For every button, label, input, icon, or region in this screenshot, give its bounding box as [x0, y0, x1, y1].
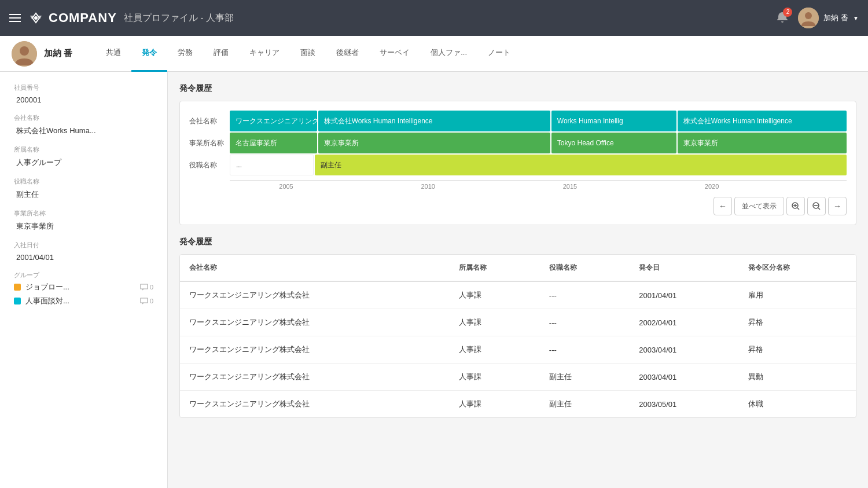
comment-icon-2[interactable]: 0: [140, 298, 153, 304]
svg-point-4: [20, 46, 29, 56]
timeline-controls: ← 並べて表示 →: [189, 197, 847, 215]
table-row[interactable]: ワークスエンジニアリング株式会社 人事課 --- 2003/04/01 昇格: [180, 336, 856, 364]
group-color-2: [14, 298, 21, 304]
logo-area: COMPANY 社員プロファイル - 人事部: [28, 10, 234, 26]
records-table: 会社名称 所属名称 役職名称 発令日 発令区分名称 ワークスエンジニアリング株式…: [180, 255, 856, 417]
profile-tabs: 共通 発令 労務 評価 キャリア 面談 後継者 サーベイ 個人ファ... ノート: [95, 36, 856, 72]
group-item-1[interactable]: ジョブロー... 0: [14, 282, 153, 292]
profile-header: 加納 番 共通 発令 労務 評価 キャリア 面談 後継者 サーベイ 個人ファ..…: [0, 36, 868, 72]
cell-date-1: 2002/04/01: [630, 309, 739, 336]
join-date-value: 2001/04/01: [14, 252, 153, 263]
table-header-row: 会社名称 所属名称 役職名称 発令日 発令区分名称: [180, 255, 856, 281]
office-bar-2: Tokyo Head Office: [551, 133, 676, 153]
company-row: 会社名称 ワークスエンジニアリング株 株式会社Works Human Intel…: [189, 111, 847, 131]
role-bar-0: ...: [230, 155, 314, 175]
table-section-title: 発令履歴: [179, 237, 856, 247]
tab-survey[interactable]: サーベイ: [369, 36, 420, 72]
table-card: 会社名称 所属名称 役職名称 発令日 発令区分名称 ワークスエンジニアリング株式…: [179, 254, 856, 418]
cell-company-1: ワークスエンジニアリング株式会社: [180, 309, 450, 336]
role-bars: ... 副主任: [230, 155, 847, 175]
cell-role-3: 副主任: [540, 364, 630, 391]
timeline-container: 会社名称 ワークスエンジニアリング株 株式会社Works Human Intel…: [189, 111, 847, 190]
cell-company-3: ワークスエンジニアリング株式会社: [180, 364, 450, 391]
tab-career[interactable]: キャリア: [239, 36, 290, 72]
year-2005: 2005: [230, 183, 421, 190]
cell-dept-0: 人事課: [450, 281, 539, 309]
tab-note[interactable]: ノート: [477, 36, 521, 72]
company-name: COMPANY: [49, 10, 117, 25]
sidebar: 社員番号 200001 会社名称 株式会社Works Huma... 所属名称 …: [0, 72, 168, 488]
tab-hatsumei[interactable]: 発令: [131, 36, 167, 72]
cell-type-2: 昇格: [739, 336, 856, 364]
svg-line-6: [797, 208, 799, 210]
next-button[interactable]: →: [828, 197, 847, 215]
group-item-2[interactable]: 人事面談対... 0: [14, 296, 153, 306]
company-bar-1: 株式会社Works Human Intelligence: [318, 111, 550, 131]
group-color-1: [14, 284, 21, 291]
tab-rodo[interactable]: 労務: [167, 36, 203, 72]
year-2010: 2010: [421, 183, 562, 190]
office-bar-0: 名古屋事業所: [230, 133, 317, 153]
cell-role-2: ---: [540, 336, 630, 364]
cell-role-0: ---: [540, 281, 630, 309]
department-label: 所属名称: [14, 145, 153, 154]
comment-count-2: 0: [150, 298, 153, 304]
year-2015: 2015: [563, 183, 705, 190]
cell-company-0: ワークスエンジニアリング株式会社: [180, 281, 450, 309]
employee-number-value: 200001: [14, 94, 153, 105]
table-row[interactable]: ワークスエンジニアリング株式会社 人事課 副主任 2003/05/01 休職: [180, 391, 856, 418]
cell-type-3: 異動: [739, 364, 856, 391]
col-company: 会社名称: [180, 255, 450, 281]
cell-dept-4: 人事課: [450, 391, 539, 418]
tab-hyoka[interactable]: 評価: [203, 36, 239, 72]
cell-type-4: 休職: [739, 391, 856, 418]
user-menu[interactable]: 加納 香 ▼: [798, 8, 859, 28]
tab-mendan[interactable]: 面談: [290, 36, 326, 72]
group-name-2: 人事面談対...: [25, 296, 69, 306]
group-name-1: ジョブロー...: [25, 282, 69, 292]
col-date: 発令日: [630, 255, 739, 281]
prev-button[interactable]: ←: [713, 197, 732, 215]
company-bar-0: ワークスエンジニアリング株: [230, 111, 317, 131]
show-all-button[interactable]: 並べて表示: [734, 197, 784, 215]
table-row[interactable]: ワークスエンジニアリング株式会社 人事課 --- 2002/04/01 昇格: [180, 309, 856, 336]
svg-point-2: [805, 12, 812, 19]
company-row-label: 会社名称: [189, 111, 230, 131]
tab-kyotsu[interactable]: 共通: [95, 36, 131, 72]
profile-name: 加納 番: [44, 48, 72, 59]
comment-icon-1[interactable]: 0: [140, 284, 153, 291]
timeline-card: 会社名称 ワークスエンジニアリング株 株式会社Works Human Intel…: [179, 101, 856, 225]
company-name-label: 会社名称: [14, 113, 153, 122]
year-2020: 2020: [705, 183, 847, 190]
main-layout: 社員番号 200001 会社名称 株式会社Works Huma... 所属名称 …: [0, 72, 868, 488]
company-name-value: 株式会社Works Huma...: [14, 124, 153, 137]
table-row[interactable]: ワークスエンジニアリング株式会社 人事課 --- 2001/04/01 雇用: [180, 281, 856, 309]
col-type: 発令区分名称: [739, 255, 856, 281]
employee-number-label: 社員番号: [14, 83, 153, 92]
col-role: 役職名称: [540, 255, 630, 281]
notification-bell[interactable]: 2: [776, 11, 789, 25]
cell-type-1: 昇格: [739, 309, 856, 336]
page-title: 社員プロファイル - 人事部: [124, 12, 234, 24]
cell-company-2: ワークスエンジニアリング株式会社: [180, 336, 450, 364]
cell-role-4: 副主任: [540, 391, 630, 418]
zoom-in-button[interactable]: [786, 197, 805, 215]
svg-line-10: [818, 208, 820, 210]
comment-count-1: 0: [150, 284, 153, 291]
top-nav: COMPANY 社員プロファイル - 人事部 2 加納 香 ▼: [0, 0, 868, 36]
office-value: 東京事業所: [14, 220, 153, 233]
user-dropdown-icon: ▼: [853, 15, 859, 21]
tab-kojin[interactable]: 個人ファ...: [420, 36, 477, 72]
cell-company-4: ワークスエンジニアリング株式会社: [180, 391, 450, 418]
table-row[interactable]: ワークスエンジニアリング株式会社 人事課 副主任 2003/04/01 異動: [180, 364, 856, 391]
department-value: 人事グループ: [14, 156, 153, 169]
zoom-out-button[interactable]: [807, 197, 826, 215]
tab-koskei[interactable]: 後継者: [326, 36, 369, 72]
cell-date-2: 2003/04/01: [630, 336, 739, 364]
year-axis: 2005 2010 2015 2020: [230, 180, 847, 190]
logo-icon: [28, 10, 44, 26]
role-row: 役職名称 ... 副主任: [189, 155, 847, 175]
profile-avatar: [12, 41, 37, 67]
office-bars: 名古屋事業所 東京事業所 Tokyo Head Office 東京事業所: [230, 133, 847, 153]
hamburger-menu[interactable]: [9, 14, 21, 22]
